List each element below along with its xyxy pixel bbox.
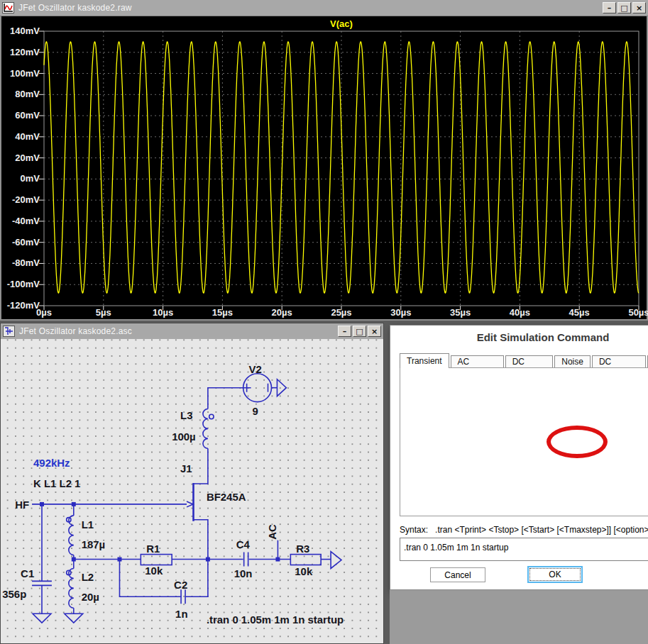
x-axis-tick-label: 35µs — [446, 307, 476, 318]
simulation-tab-bar: Transient AC Analysis DC sweep Noise DC … — [400, 353, 648, 368]
waveform-window: JFet Oszillator kaskode2.raw – □ × V(ac)… — [0, 0, 648, 321]
edit-simulation-command-dialog: Edit Simulation Command Transient AC Ana… — [390, 325, 648, 590]
label-c1-value: 356p — [2, 588, 26, 600]
y-axis-tick-label: 60mV — [0, 110, 40, 121]
inductor-L2[interactable] — [67, 568, 74, 608]
resistor-R1[interactable] — [141, 555, 172, 565]
label-l3-name: L3 — [180, 409, 192, 421]
tab-noise[interactable]: Noise — [554, 355, 591, 368]
label-l1-name: L1 — [82, 518, 94, 531]
y-axis-tick-label: -20mV — [0, 194, 40, 206]
ground-symbols[interactable] — [33, 614, 83, 623]
coupling-directive[interactable]: K L1 L2 1 — [33, 477, 80, 489]
tab-dc-transfer[interactable]: DC Transfer — [592, 355, 646, 368]
label-l1-value: 187µ — [82, 538, 105, 550]
jfet-J1[interactable] — [187, 483, 193, 521]
y-axis-tick-label: 140mV — [0, 26, 40, 37]
waveform-window-title: JFet Oszillator kaskode2.raw — [18, 3, 603, 13]
y-axis-tick-label: -100mV — [0, 279, 40, 290]
y-axis-tick-label: 80mV — [0, 89, 40, 100]
syntax-text: .tran <Tprint> <Tstop> [<Tstart> [<Tmaxs… — [435, 525, 648, 535]
label-r3-name: R3 — [296, 543, 309, 555]
waveform-plot-svg[interactable] — [0, 16, 648, 321]
schematic-window-title: JFet Oszillator kaskode2.asc — [19, 326, 338, 336]
y-axis-tick-label: -40mV — [0, 216, 40, 227]
capacitor-C2[interactable] — [181, 589, 185, 604]
x-axis-tick-label: 20µs — [267, 307, 297, 318]
label-l2-name: L2 — [82, 571, 94, 583]
schematic-drawing: 492kHz K L1 L2 1 HF V2 9 L3 100µ J1 BF24… — [1, 339, 383, 643]
label-l2-value: 20µ — [82, 591, 99, 603]
x-axis-tick-label: 30µs — [386, 307, 416, 318]
label-v2-value: 9 — [253, 405, 258, 417]
schematic-titlebar[interactable]: JFet Oszillator kaskode2.asc – □ × — [1, 323, 383, 340]
label-c4-name: C4 — [236, 538, 251, 550]
voltage-source-V2[interactable] — [243, 374, 287, 402]
y-axis-tick-label: 20mV — [0, 152, 40, 164]
desktop-background — [390, 590, 648, 644]
syntax-label: Syntax: — [400, 525, 428, 535]
label-j1-name: J1 — [180, 462, 192, 474]
capacitor-C1[interactable] — [32, 581, 52, 585]
cancel-button[interactable]: Cancel — [430, 567, 485, 582]
waveform-titlebar[interactable]: JFet Oszillator kaskode2.raw – □ × — [0, 0, 648, 16]
x-axis-tick-label: 0µs — [29, 307, 59, 318]
label-c2-name: C2 — [174, 579, 187, 591]
waveform-app-icon — [2, 2, 14, 13]
frequency-note[interactable]: 492kHz — [33, 457, 70, 469]
y-axis-tick-label: 120mV — [0, 47, 40, 58]
trace-label[interactable]: V(ac) — [44, 18, 639, 29]
label-c4-value: 10n — [234, 567, 253, 579]
y-axis-tick-label: 0mV — [0, 173, 40, 184]
tab-dc-sweep[interactable]: DC sweep — [505, 355, 554, 368]
spice-directive[interactable]: .tran 0 1.05m 1m 1n startup — [207, 614, 344, 626]
y-axis-tick-label: 100mV — [0, 68, 40, 79]
label-r1-value: 10k — [145, 565, 163, 577]
y-axis-tick-label: -60mV — [0, 237, 40, 248]
tab-content-panel — [400, 367, 648, 516]
tab-transient[interactable]: Transient — [400, 353, 449, 368]
schematic-window: JFet Oszillator kaskode2.asc – □ × — [0, 323, 384, 644]
capacitor-C4[interactable] — [244, 553, 248, 567]
maximize-button[interactable]: □ — [617, 2, 631, 13]
y-axis-tick-label: 40mV — [0, 131, 40, 143]
ok-button[interactable]: OK — [527, 566, 583, 583]
x-axis-tick-label: 40µs — [505, 307, 534, 318]
label-r3-value: 10k — [295, 565, 313, 577]
close-button[interactable]: × — [368, 326, 381, 337]
close-button[interactable]: × — [632, 2, 646, 13]
label-c1-name: C1 — [21, 567, 34, 579]
schematic-canvas[interactable]: 492kHz K L1 L2 1 HF V2 9 L3 100µ J1 BF24… — [1, 339, 383, 643]
y-axis-tick-label: -80mV — [0, 257, 40, 269]
label-l3-value: 100µ — [172, 431, 195, 443]
x-axis-tick-label: 10µs — [148, 307, 178, 318]
dialog-title: Edit Simulation Command — [390, 331, 648, 343]
minimize-button[interactable]: – — [603, 2, 616, 13]
x-axis-tick-label: 15µs — [207, 307, 237, 318]
net-label-hf[interactable]: HF — [15, 499, 29, 511]
inductor-L3[interactable] — [203, 409, 214, 449]
label-c2-value: 1n — [175, 608, 187, 620]
tab-ac-analysis[interactable]: AC Analysis — [451, 355, 504, 368]
output-net-flag[interactable] — [331, 552, 341, 569]
net-label-ac[interactable]: AC — [266, 524, 278, 540]
x-axis-tick-label: 45µs — [564, 307, 594, 318]
inductor-L1[interactable] — [67, 516, 74, 555]
resistor-R3[interactable] — [290, 555, 321, 565]
minimize-button[interactable]: – — [338, 326, 351, 337]
label-v2-name: V2 — [249, 363, 262, 375]
label-r1-name: R1 — [146, 543, 160, 555]
syntax-hint: Syntax: .tran <Tprint> <Tstop> [<Tstart>… — [400, 525, 648, 535]
x-axis-tick-label: 50µs — [624, 307, 648, 318]
x-axis-tick-label: 5µs — [89, 307, 119, 318]
maximize-button[interactable]: □ — [353, 326, 366, 337]
label-j1-value: BF245A — [207, 491, 246, 503]
x-axis-tick-label: 25µs — [326, 307, 356, 318]
command-text-box[interactable]: .tran 0 1.05m 1m 1n startup — [400, 538, 648, 561]
schematic-app-icon — [3, 326, 15, 337]
